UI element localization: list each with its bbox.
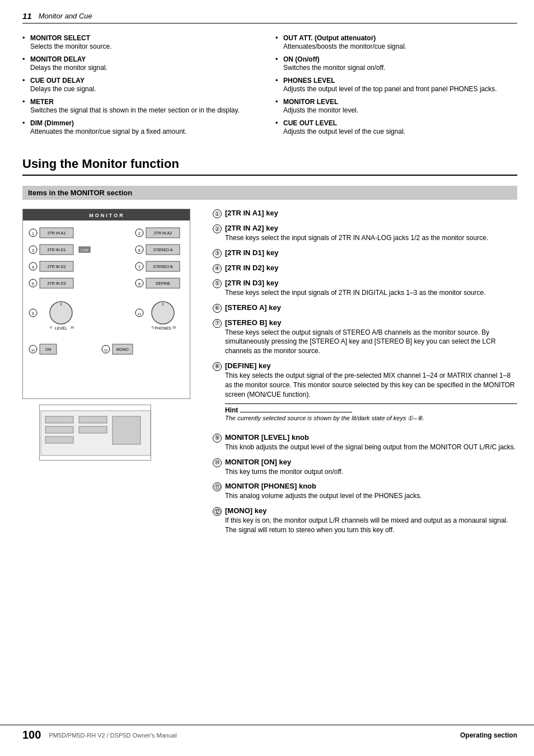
svg-text:ON: ON — [45, 348, 51, 351]
page: 11 Monitor and Cue MONITOR SELECTSelects… — [0, 0, 534, 756]
bullet-term: MONITOR DELAY — [30, 55, 86, 63]
bullet-item: MONITOR SELECTSelects the monitor source… — [22, 34, 264, 50]
top-col-right: OUT ATT. (Output attenuator)Attenuates/b… — [275, 34, 517, 140]
footer-page-num: 100 — [22, 729, 41, 741]
bullet-desc: Switches the signal that is shown in the… — [30, 106, 264, 114]
num-desc: This key selects the output signal of th… — [225, 371, 517, 399]
num-title: [MONO] key — [225, 506, 517, 515]
small-panel-svg — [39, 405, 151, 461]
num-content: [STEREO B] keyThese keys select the outp… — [225, 318, 517, 356]
num-desc: This knob adjusts the output level of th… — [225, 443, 516, 452]
svg-text:6: 6 — [138, 248, 140, 252]
hint-text: The currently selected source is shown b… — [225, 414, 517, 422]
num-title: [STEREO B] key — [225, 318, 517, 327]
bullet-term: CUE OUT LEVEL — [283, 119, 337, 127]
num-content: [2TR IN A2] keyThese keys select the inp… — [225, 224, 488, 243]
num-content: [2TR IN D3] keyThese keys select the inp… — [225, 279, 486, 298]
svg-rect-60 — [45, 426, 73, 433]
svg-text:PHONES: PHONES — [154, 326, 171, 330]
num-circle: ⑨ — [213, 434, 222, 443]
num-title: [2TR IN D3] key — [225, 279, 486, 287]
text-col: ①[2TR IN A1] key②[2TR IN A2] keyThese ke… — [213, 209, 517, 541]
svg-rect-61 — [45, 436, 73, 443]
hint-title: Hint — [225, 406, 517, 414]
svg-text:LEVEL: LEVEL — [55, 326, 67, 330]
svg-text:LCR: LCR — [81, 248, 88, 252]
bullet-term: DIM (Dimmer) — [30, 119, 74, 127]
svg-text:2TR IN D3: 2TR IN D3 — [47, 281, 65, 285]
svg-text:MONITOR: MONITOR — [89, 213, 124, 218]
num-desc: This analog volume adjusts the output le… — [225, 491, 422, 501]
subsection-box: Items in the MONITOR section — [22, 186, 517, 200]
bullet-desc: Adjusts the output level of the cue sign… — [283, 128, 517, 135]
footer-left-text: PM5D/PM5D-RH V2 / DSP5D Owner's Manual — [49, 732, 176, 739]
num-desc: These keys select the input signals of 2… — [225, 288, 486, 298]
num-content: MONITOR [LEVEL] knobThis knob adjusts th… — [225, 433, 516, 452]
svg-text:7: 7 — [138, 265, 140, 269]
svg-text:0: 0 — [50, 326, 52, 329]
bullet-item: OUT ATT. (Output attenuator)Attenuates/b… — [275, 34, 517, 50]
svg-text:2TR IN D2: 2TR IN D2 — [47, 265, 65, 269]
num-circle: ③ — [213, 249, 222, 258]
bullet-item: CUE OUT LEVELAdjusts the output level of… — [275, 119, 517, 135]
num-item: ⑫[MONO] keyIf this key is on, the monito… — [213, 506, 517, 535]
bullet-item: MONITOR LEVELAdjusts the monitor level. — [275, 97, 517, 114]
bullet-term: METER — [30, 98, 54, 106]
num-circle: ⑩ — [213, 458, 222, 467]
num-content: MONITOR [PHONES] knobThis analog volume … — [225, 482, 422, 501]
chapter-title: Monitor and Cue — [39, 12, 92, 20]
svg-text:MONO: MONO — [116, 348, 129, 351]
bullet-desc: Selects the monitor source. — [30, 43, 264, 50]
num-title: [STEREO A] key — [225, 303, 281, 312]
num-content: [2TR IN D2] key — [225, 264, 278, 272]
num-title: [2TR IN D2] key — [225, 264, 278, 272]
bullet-desc: Adjusts the output level of the top pane… — [283, 85, 517, 93]
monitor-diagram-svg: MONITOR 1 2TR IN A1 2 2TR IN A2 3 2TR IN… — [22, 209, 190, 399]
bullet-term: MONITOR LEVEL — [283, 98, 338, 106]
svg-text:10: 10 — [71, 326, 74, 329]
svg-text:3: 3 — [32, 248, 34, 252]
num-circle: ② — [213, 224, 222, 233]
svg-text:2TR IN A1: 2TR IN A1 — [48, 231, 65, 235]
bullet-item: ON (On/off)Switches the monitor signal o… — [275, 55, 517, 72]
num-content: [2TR IN A1] key — [225, 209, 278, 217]
top-col-left: MONITOR SELECTSelects the monitor source… — [22, 34, 275, 140]
num-circle: ⑪ — [213, 482, 222, 491]
page-header: 11 Monitor and Cue — [22, 11, 517, 24]
hint-box: Hint The currently selected source is sh… — [225, 403, 517, 422]
num-title: MONITOR [LEVEL] knob — [225, 433, 516, 442]
bullet-desc: Delays the monitor signal. — [30, 64, 264, 72]
svg-text:4: 4 — [32, 265, 34, 269]
bullet-term: CUE OUT DELAY — [30, 77, 85, 84]
num-desc: If this key is on, the monitor output L/… — [225, 516, 517, 535]
svg-text:2TR IN D1: 2TR IN D1 — [47, 248, 65, 252]
bullet-item: METERSwitches the signal that is shown i… — [22, 97, 264, 114]
num-content: [MONO] keyIf this key is on, the monitor… — [225, 506, 517, 535]
num-circle: ⑥ — [213, 304, 222, 313]
num-circle: ① — [213, 209, 222, 218]
num-content: [STEREO A] key — [225, 303, 281, 312]
svg-text:STEREO B: STEREO B — [153, 265, 173, 269]
num-title: [2TR IN D1] key — [225, 248, 278, 257]
svg-text:2: 2 — [138, 232, 140, 236]
svg-text:1: 1 — [32, 232, 34, 236]
num-circle: ④ — [213, 264, 222, 273]
num-item: ⑤[2TR IN D3] keyThese keys select the in… — [213, 279, 517, 298]
bullet-term: PHONES LEVEL — [283, 77, 335, 84]
svg-text:11: 11 — [138, 312, 142, 316]
bullet-item: CUE OUT DELAYDelays the cue signal. — [22, 76, 264, 93]
bullet-term: OUT ATT. (Output attenuator) — [283, 34, 376, 42]
bullet-desc: Adjusts the monitor level. — [283, 106, 517, 114]
svg-text:8: 8 — [138, 282, 140, 286]
num-circle: ⑧ — [213, 362, 222, 371]
svg-text:0: 0 — [152, 326, 154, 329]
section-heading: Using the Monitor function — [22, 157, 517, 176]
chapter-num: 11 — [22, 11, 32, 21]
svg-text:2TR IN A2: 2TR IN A2 — [154, 231, 172, 235]
page-footer: 100 PM5D/PM5D-RH V2 / DSP5D Owner's Manu… — [0, 725, 534, 745]
bullet-desc: Switches the monitor signal on/off. — [283, 64, 517, 72]
top-section: MONITOR SELECTSelects the monitor source… — [22, 34, 517, 140]
num-desc: These keys select the input signals of 2… — [225, 233, 488, 243]
num-title: MONITOR [PHONES] knob — [225, 482, 422, 490]
bullet-desc: Delays the cue signal. — [30, 85, 264, 93]
